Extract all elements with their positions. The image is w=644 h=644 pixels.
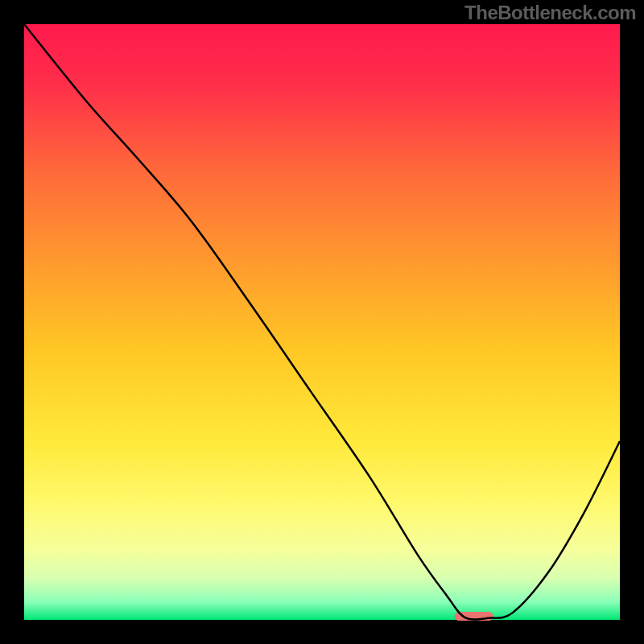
chart-svg <box>0 0 644 644</box>
watermark-text: TheBottleneck.com <box>464 2 636 24</box>
chart-container: TheBottleneck.com <box>0 0 644 644</box>
plot-background <box>24 24 620 620</box>
